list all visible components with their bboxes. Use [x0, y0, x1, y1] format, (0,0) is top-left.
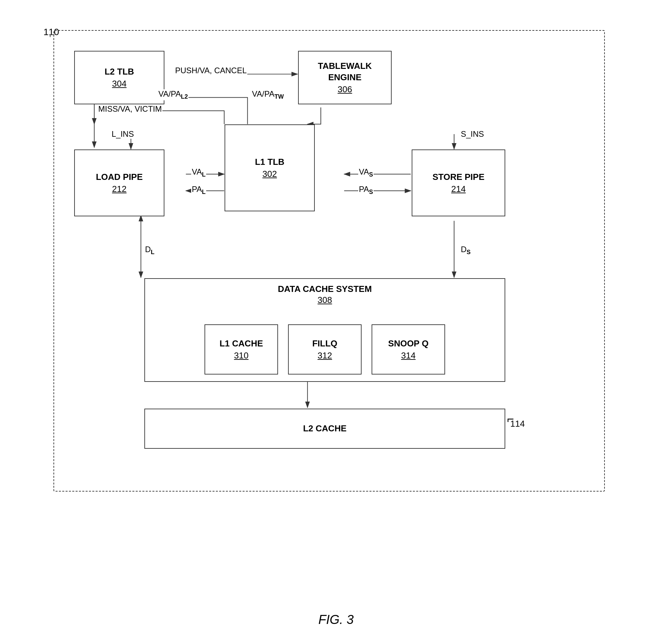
l1-tlb-label: L1 TLB: [255, 157, 284, 168]
fillq-block: FILLQ 312: [288, 324, 361, 375]
diagram-container: 110 ⌐: [43, 20, 628, 572]
fillq-num: 312: [317, 350, 332, 361]
load-pipe-num: 212: [112, 184, 126, 194]
d-s-label: DS: [460, 245, 471, 256]
l2-cache-block: L2 CACHE: [144, 408, 505, 449]
l2-tlb-label: L2 TLB: [105, 66, 134, 77]
l1-cache-label: L1 CACHE: [220, 338, 263, 349]
tablewalk-block: TABLEWALKENGINE 306: [298, 51, 392, 104]
snoop-q-num: 314: [401, 350, 415, 361]
l1-tlb-block: L1 TLB 302: [225, 124, 315, 211]
va-pa-tw-label: VA/PATW: [251, 89, 284, 100]
store-pipe-num: 214: [451, 184, 466, 194]
l-ins-label: L_INS: [111, 129, 135, 139]
d-l-label: DL: [144, 245, 155, 256]
data-cache-system-num: 308: [317, 295, 332, 305]
push-va-cancel-label: PUSH/VA, CANCEL: [174, 66, 247, 75]
label-114-bracket: ⌐: [507, 412, 514, 426]
pa-l-label: PAL: [191, 185, 206, 196]
l2-tlb-block: L2 TLB 304: [74, 51, 164, 104]
va-s-label: VAS: [358, 167, 374, 178]
tablewalk-label: TABLEWALKENGINE: [318, 60, 372, 83]
pa-s-label: PAS: [358, 185, 374, 196]
outer-box: L2 TLB 304 TABLEWALKENGINE 306 PUSH/VA, …: [54, 30, 605, 492]
s-ins-label: S_INS: [460, 129, 485, 139]
l2-cache-label: L2 CACHE: [303, 423, 347, 434]
data-cache-system-label: DATA CACHE SYSTEM: [278, 284, 372, 294]
snoop-q-block: SNOOP Q 314: [372, 324, 445, 375]
l1-tlb-num: 302: [262, 169, 277, 179]
miss-va-victim-label: MISS/VA, VICTIM: [97, 104, 163, 114]
store-pipe-block: STORE PIPE 214: [412, 149, 505, 216]
l2-tlb-num: 304: [112, 78, 126, 89]
tablewalk-num: 306: [337, 84, 352, 95]
store-pipe-label: STORE PIPE: [432, 171, 485, 183]
figure-caption: FIG. 3: [318, 613, 354, 627]
l1-cache-num: 310: [234, 350, 248, 361]
load-pipe-label: LOAD PIPE: [96, 171, 143, 183]
va-pa-l2-label: VA/PAL2: [158, 89, 188, 100]
l1-cache-block: L1 CACHE 310: [205, 324, 278, 375]
load-pipe-block: LOAD PIPE 212: [74, 149, 164, 216]
data-cache-system-outer: DATA CACHE SYSTEM 308 L1 CACHE 310 FILLQ…: [144, 278, 505, 382]
snoop-q-label: SNOOP Q: [388, 338, 429, 349]
va-l-label: VAL: [191, 167, 206, 178]
fillq-label: FILLQ: [312, 338, 337, 349]
